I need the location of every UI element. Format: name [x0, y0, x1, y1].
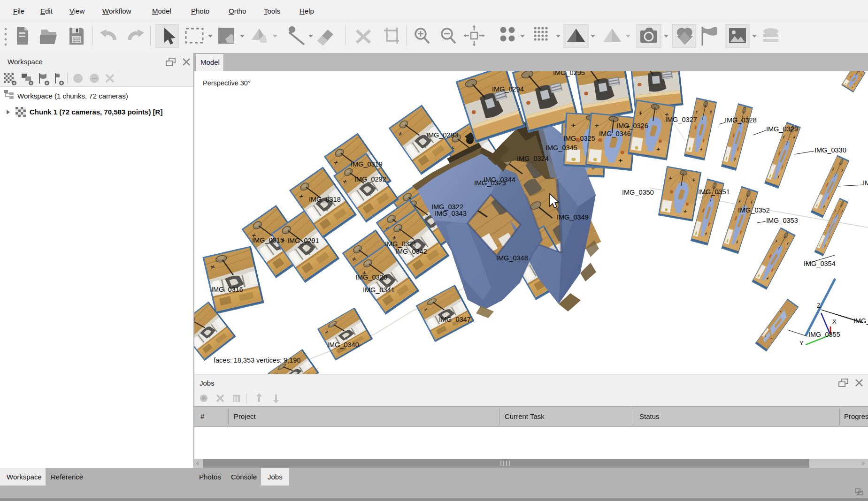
svg-text:IMG_0320: IMG_0320	[355, 273, 387, 281]
svg-text:Z: Z	[817, 302, 821, 309]
svg-text:IMG_0328: IMG_0328	[725, 116, 757, 124]
svg-text:IMG_0315: IMG_0315	[252, 236, 284, 244]
svg-text:IMG_0354: IMG_0354	[804, 260, 836, 267]
svg-text:IMG_0350: IMG_0350	[622, 189, 654, 196]
svg-text:IMG_0352: IMG_0352	[738, 206, 770, 214]
svg-text:faces: 18,353 vertices: 9,190: faces: 18,353 vertices: 9,190	[214, 357, 300, 364]
svg-text:IMG_0294: IMG_0294	[492, 85, 524, 93]
svg-text:IMG_0347: IMG_0347	[439, 316, 471, 323]
svg-text:IMG_0295: IMG_0295	[553, 71, 585, 76]
svg-text:IMG_0343: IMG_0343	[435, 210, 467, 217]
svg-text:IMG_: IMG_	[853, 317, 868, 325]
svg-text:IMG_0324: IMG_0324	[517, 155, 549, 162]
svg-text:IMG_0319: IMG_0319	[351, 160, 383, 168]
svg-text:IMG_0292: IMG_0292	[354, 175, 386, 183]
svg-text:IMG_0321: IMG_0321	[385, 240, 417, 248]
svg-text:IMG_0346: IMG_0346	[599, 130, 631, 137]
svg-text:IMG_0316: IMG_0316	[211, 286, 243, 293]
svg-text:IMG_0291: IMG_0291	[287, 237, 319, 244]
svg-text:IMG_0330: IMG_0330	[814, 146, 846, 154]
svg-text:IMG_0318: IMG_0318	[309, 196, 341, 203]
svg-text:IMG_0345: IMG_0345	[545, 144, 577, 152]
svg-text:IMG_0353: IMG_0353	[766, 217, 798, 224]
svg-text:IMG_0341: IMG_0341	[363, 286, 395, 294]
svg-text:IMG_0323: IMG_0323	[474, 179, 506, 187]
svg-text:IMG_0340: IMG_0340	[327, 341, 359, 349]
svg-text:IMG_: IMG_	[863, 179, 868, 187]
svg-text:Y: Y	[799, 340, 804, 347]
svg-text:IMG_0293: IMG_0293	[426, 131, 458, 139]
svg-text:IMG_0351: IMG_0351	[698, 188, 730, 196]
svg-text:IMG_0329: IMG_0329	[766, 125, 798, 133]
svg-text:IMG_0355: IMG_0355	[808, 331, 840, 338]
svg-text:IMG_0325: IMG_0325	[563, 135, 595, 142]
svg-text:Perspective 30°: Perspective 30°	[203, 79, 251, 87]
svg-text:IMG_0327: IMG_0327	[665, 116, 697, 123]
svg-text:IMG_0326: IMG_0326	[616, 122, 648, 129]
svg-text:IMG_0348: IMG_0348	[496, 254, 528, 262]
svg-text:IMG_0349: IMG_0349	[557, 213, 589, 221]
svg-text:X: X	[832, 318, 837, 325]
svg-text:IMG_0342: IMG_0342	[395, 248, 427, 255]
